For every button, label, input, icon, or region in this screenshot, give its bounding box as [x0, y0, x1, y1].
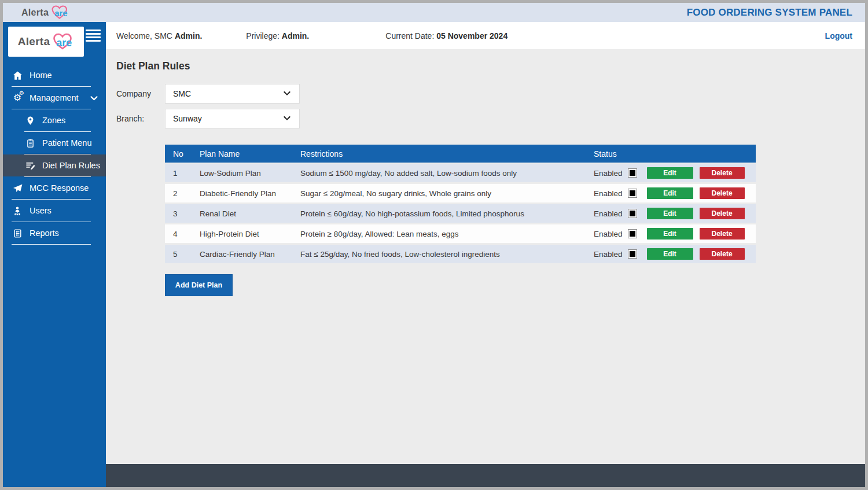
sidebar-item-zones[interactable]: Zones: [3, 109, 106, 131]
cell-restrictions: Fat ≤ 25g/day, No fried foods, Low-chole…: [300, 250, 594, 259]
cell-restrictions: Protein ≥ 80g/day, Allowed: Lean meats, …: [300, 230, 594, 238]
home-icon: [12, 69, 23, 81]
filter-label: Branch:: [116, 114, 165, 123]
gears-icon: ⚙⚙: [12, 92, 23, 104]
table-row: 3 Renal Diet Protein ≤ 60g/day, No high-…: [165, 204, 756, 223]
status-checkbox[interactable]: [628, 229, 637, 238]
table-row: 5 Cardiac-Friendly Plan Fat ≤ 25g/day, N…: [165, 245, 756, 263]
cell-no: 1: [165, 169, 200, 178]
filter-label: Company: [116, 89, 165, 98]
sidebar-logo-card: Alerta are: [8, 27, 84, 57]
topbar: Alerta are FOOD ORDERING SYSTEM PANEL: [3, 3, 865, 22]
cell-plan-name: Diabetic-Friendly Plan: [200, 189, 300, 198]
column-header-plan-name: Plan Name: [200, 149, 300, 159]
delete-button[interactable]: Delete: [700, 167, 745, 179]
app-window: Alerta are FOOD ORDERING SYSTEM PANEL Al…: [0, 0, 868, 490]
privilege-text: Privilege: Admin.: [246, 31, 309, 40]
column-header-status: Status: [594, 149, 756, 159]
filter-row: Branch: Sunway: [116, 109, 854, 128]
cell-no: 5: [165, 250, 200, 259]
chevron-down-icon: [282, 113, 292, 124]
table-row: 1 Low-Sodium Plan Sodium ≤ 1500 mg/day, …: [165, 164, 756, 182]
sidebar-item-mcc-response[interactable]: MCC Response: [3, 177, 106, 199]
sidebar-nav: Home ⚙⚙ Management Zones Patient Menu Di…: [3, 64, 106, 245]
sidebar-item-diet-plan-rules[interactable]: Diet Plan Rules: [3, 154, 106, 176]
filter-select-company[interactable]: SMC: [165, 84, 300, 104]
users-icon: [12, 205, 23, 216]
main-content: Diet Plan Rules Company SMC Branch: Sunw…: [106, 49, 865, 464]
filter-row: Company SMC: [116, 84, 854, 104]
chevron-down-icon: [282, 89, 292, 100]
status-label: Enabled: [594, 169, 623, 178]
status-label: Enabled: [594, 209, 623, 218]
status-checkbox[interactable]: [628, 168, 637, 178]
cell-plan-name: Low-Sodium Plan: [200, 169, 300, 178]
table-header-row: NoPlan NameRestrictionsStatus: [165, 145, 756, 163]
sidebar-item-home[interactable]: Home: [3, 64, 106, 86]
table-row: 2 Diabetic-Friendly Plan Sugar ≤ 20g/mea…: [165, 184, 756, 202]
current-date-text: Current Date: 05 November 2024: [385, 31, 507, 40]
topbar-brand-logo: Alerta are: [21, 5, 69, 20]
table-body: 1 Low-Sodium Plan Sodium ≤ 1500 mg/day, …: [165, 164, 756, 263]
status-label: Enabled: [594, 230, 623, 238]
cell-restrictions: Sugar ≤ 20g/meal, No sugary drinks, Whol…: [300, 189, 594, 198]
cell-plan-name: Renal Diet: [200, 209, 300, 218]
list-edit-icon: [24, 160, 36, 171]
status-checkbox[interactable]: [628, 249, 637, 259]
edit-button[interactable]: Edit: [647, 248, 693, 260]
cell-plan-name: Cardiac-Friendly Plan: [200, 250, 300, 259]
logout-link[interactable]: Logout: [825, 31, 852, 40]
chevron-down-icon: [89, 93, 99, 105]
diet-plan-table: NoPlan NameRestrictionsStatus 1 Low-Sodi…: [165, 145, 756, 263]
filter-select-branch[interactable]: Sunway: [165, 109, 300, 128]
clipboard-icon: [24, 137, 36, 149]
filters: Company SMC Branch: Sunway: [116, 84, 854, 128]
brand-text-gray: Alerta: [21, 8, 49, 18]
panel-title: FOOD ORDERING SYSTEM PANEL: [687, 7, 852, 19]
delete-button[interactable]: Delete: [700, 228, 745, 240]
table-row: 4 High-Protein Diet Protein ≥ 80g/day, A…: [165, 224, 756, 243]
delete-button[interactable]: Delete: [700, 248, 745, 260]
cell-no: 3: [165, 209, 200, 218]
brand-text-blue: are: [56, 37, 72, 49]
edit-button[interactable]: Edit: [647, 187, 693, 199]
sidebar-item-patient-menu[interactable]: Patient Menu: [3, 132, 106, 154]
sidebar-item-management[interactable]: ⚙⚙ Management: [3, 87, 106, 109]
cell-restrictions: Sodium ≤ 1500 mg/day, No added salt, Low…: [300, 169, 594, 178]
map-pin-icon: [24, 115, 36, 126]
paper-plane-icon: [12, 182, 23, 194]
sidebar-item-reports[interactable]: Reports: [3, 222, 106, 244]
page-title: Diet Plan Rules: [116, 60, 854, 72]
sidebar-item-users[interactable]: Users: [3, 200, 106, 222]
status-label: Enabled: [594, 250, 623, 259]
heart-logo-icon: are: [51, 32, 74, 51]
header-bar: Welcome, SMC Admin. Privilege: Admin. Cu…: [106, 22, 865, 49]
column-header-no: No: [165, 149, 200, 159]
delete-button[interactable]: Delete: [700, 187, 745, 199]
cell-no: 4: [165, 230, 200, 238]
reports-icon: [12, 227, 23, 239]
edit-button[interactable]: Edit: [647, 228, 693, 240]
cell-status: Enabled Edit Delete: [594, 167, 756, 179]
cell-status: Enabled Edit Delete: [594, 248, 756, 260]
status-checkbox[interactable]: [628, 209, 637, 218]
add-diet-plan-button[interactable]: Add Diet Plan: [165, 274, 233, 296]
edit-button[interactable]: Edit: [647, 167, 693, 179]
footer-bar: [106, 464, 865, 487]
cell-no: 2: [165, 189, 200, 198]
hamburger-menu-icon[interactable]: [86, 30, 101, 43]
cell-status: Enabled Edit Delete: [594, 228, 756, 240]
edit-button[interactable]: Edit: [647, 208, 693, 219]
cell-status: Enabled Edit Delete: [594, 208, 756, 219]
status-label: Enabled: [594, 189, 623, 198]
brand-text-blue: are: [54, 8, 68, 18]
welcome-text: Welcome, SMC Admin.: [116, 31, 202, 40]
column-header-restrictions: Restrictions: [300, 149, 594, 159]
heart-logo-icon: are: [50, 5, 69, 20]
brand-text-gray: Alerta: [18, 35, 50, 48]
delete-button[interactable]: Delete: [700, 208, 745, 219]
sidebar: Alerta are Home ⚙⚙ Management Zones Pat: [3, 22, 106, 487]
cell-status: Enabled Edit Delete: [594, 187, 756, 199]
status-checkbox[interactable]: [628, 189, 637, 198]
sidebar-divider: [12, 244, 91, 245]
